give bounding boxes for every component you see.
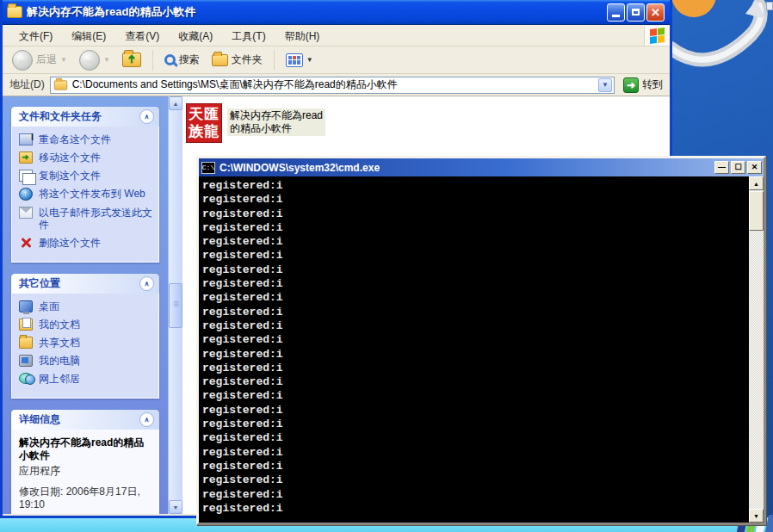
desktop-icon (19, 300, 33, 312)
console-line: registered:i (202, 333, 747, 347)
console-line: registered:i (202, 291, 747, 305)
menu-item[interactable]: 帮助(H) (275, 28, 330, 45)
cmd-window: C:\ C:\WINDOWS\system32\cmd.exe — ☐ ✕ re… (196, 156, 766, 525)
file-item[interactable]: 天匯 族龍 解决内存不能為read 的精品小軟件 (186, 103, 670, 143)
desktop-corner-item (766, 2, 773, 10)
network-icon (19, 373, 33, 384)
cmd-icon: C:\ (201, 162, 215, 174)
task-pane: 文件和文件夹任务 ∧ 重命名这个文件 (3, 96, 168, 514)
address-dropdown-icon[interactable]: ▼ (598, 78, 612, 92)
cmd-titlebar[interactable]: C:\ C:\WINDOWS\system32\cmd.exe — ☐ ✕ (199, 158, 764, 176)
console-line: registered:i (202, 319, 747, 333)
collapse-chevron-icon[interactable]: ∧ (139, 109, 154, 124)
task-link[interactable]: 将这个文件发布到 Web (19, 188, 153, 201)
console-line: registered:i (202, 193, 747, 207)
console-output: registered:iregistered:iregistered:iregi… (199, 176, 764, 523)
copy-icon (19, 170, 33, 182)
other-places-header[interactable]: 其它位置 ∧ (11, 274, 159, 294)
file-tasks-panel: 文件和文件夹任务 ∧ 重命名这个文件 (11, 107, 159, 263)
cmd-scrollbar[interactable]: ▲ ▼ (749, 176, 764, 523)
forward-button[interactable]: → ▼ (75, 48, 114, 72)
cmd-close-button[interactable]: ✕ (747, 161, 762, 174)
place-link[interactable]: 我的文档 (19, 319, 153, 331)
console-line: registered:i (202, 348, 747, 362)
scroll-up-icon[interactable]: ▲ (749, 176, 764, 190)
task-link[interactable]: 移动这个文件 (19, 152, 153, 164)
console-line: registered:i (202, 306, 747, 319)
console-line: registered:i (202, 418, 747, 431)
console-line: registered:i (202, 446, 747, 460)
console-line: registered:i (202, 207, 747, 221)
task-link[interactable]: 删除这个文件 (19, 237, 153, 249)
details-file-type: 应用程序 (19, 464, 153, 479)
console-line: registered:i (202, 389, 747, 403)
search-button[interactable]: 搜索 (160, 51, 204, 69)
up-button[interactable] (118, 51, 145, 69)
back-button[interactable]: ← 后退 ▼ (8, 48, 71, 72)
maximize-button[interactable] (627, 3, 645, 22)
delete-icon (19, 237, 33, 249)
place-link[interactable]: 网上邻居 (19, 373, 153, 385)
scroll-down-icon[interactable]: ▼ (749, 509, 764, 523)
menu-item[interactable]: 收藏(A) (169, 28, 222, 45)
scroll-down-icon[interactable]: ▼ (169, 500, 182, 514)
place-link[interactable]: 共享文档 (19, 337, 153, 349)
back-dropdown-icon[interactable]: ▼ (60, 56, 67, 64)
wallpaper-swoosh-graphic (670, 0, 773, 95)
collapse-chevron-icon[interactable]: ∧ (139, 276, 154, 291)
task-link[interactable]: 复制这个文件 (19, 170, 153, 182)
details-file-name: 解决内存不能為read的精品小軟件 (19, 436, 153, 462)
move-icon (19, 152, 33, 164)
place-link[interactable]: 我的电脑 (19, 355, 153, 367)
scroll-up-icon[interactable]: ▲ (169, 96, 182, 110)
scrollbar-thumb[interactable] (169, 283, 182, 328)
menubar: 文件(F)编辑(E)查看(V)收藏(A)工具(T)帮助(H) (3, 25, 670, 46)
menu-item[interactable]: 工具(T) (222, 28, 275, 45)
window-title: 解决内存不能為read的精品小軟件 (27, 4, 607, 20)
cmd-minimize-button[interactable]: — (714, 161, 729, 174)
windows-flag-icon (644, 26, 670, 46)
details-header[interactable]: 详细信息 ∧ (11, 410, 159, 430)
task-pane-scrollbar[interactable]: ▲ ▼ (168, 96, 182, 514)
go-button[interactable]: ➜ 转到 (620, 77, 666, 94)
views-icon (286, 53, 303, 67)
back-icon: ← (12, 50, 33, 71)
menu-item[interactable]: 查看(V) (115, 28, 169, 45)
menu-item[interactable]: 文件(F) (9, 28, 62, 45)
task-link[interactable]: 重命名这个文件 (19, 133, 153, 145)
file-tasks-header[interactable]: 文件和文件夹任务 ∧ (11, 107, 159, 127)
close-button[interactable]: ✕ (646, 3, 665, 22)
sharedocs-icon (19, 337, 33, 349)
folders-button[interactable]: 文件夹 (207, 51, 267, 69)
views-button[interactable]: ▼ (281, 52, 318, 69)
rename-icon (19, 133, 33, 145)
toolbar: ← 后退 ▼ → ▼ 搜索 文件夹 ▼ (3, 46, 670, 74)
address-bar: 地址(D) C:\Documents and Settings\MS\桌面\解决… (3, 74, 670, 96)
console-line: registered:i (202, 249, 747, 263)
screen: 解决内存不能為read的精品小軟件 ✕ 文件(F)编辑(E)查看(V)收藏(A)… (0, 0, 773, 532)
console-line: registered:i (202, 431, 747, 445)
address-input[interactable]: C:\Documents and Settings\MS\桌面\解决内存不能為r… (50, 77, 615, 94)
address-path: C:\Documents and Settings\MS\桌面\解决内存不能為r… (72, 77, 595, 92)
collapse-chevron-icon[interactable]: ∧ (139, 412, 154, 427)
console-line: registered:i (202, 404, 747, 418)
scrollbar-thumb[interactable] (749, 191, 764, 231)
search-icon (164, 54, 176, 65)
email-icon (19, 207, 33, 219)
task-link[interactable]: 以电子邮件形式发送此文件 (19, 207, 153, 231)
forward-dropdown-icon[interactable]: ▼ (103, 56, 110, 64)
cmd-maximize-button[interactable]: ☐ (731, 161, 745, 174)
explorer-titlebar[interactable]: 解决内存不能為read的精品小軟件 ✕ (3, 0, 670, 25)
menu-item[interactable]: 编辑(E) (62, 28, 115, 45)
minimize-button[interactable] (607, 3, 625, 22)
toolbar-separator (274, 50, 275, 71)
place-link[interactable]: 桌面 (19, 300, 153, 312)
application-seal-icon: 天匯 族龍 (186, 103, 222, 143)
console-line: registered:i (202, 362, 747, 375)
console-line: registered:i (202, 375, 747, 389)
console-line: registered:i (202, 221, 747, 235)
details-panel: 详细信息 ∧ 解决内存不能為read的精品小軟件 应用程序 修改日期: 2006… (11, 410, 159, 514)
console-line: registered:i (202, 235, 747, 249)
details-modified-date: 修改日期: 2006年8月17日, 19:10 (19, 486, 153, 511)
address-folder-icon (54, 80, 67, 90)
